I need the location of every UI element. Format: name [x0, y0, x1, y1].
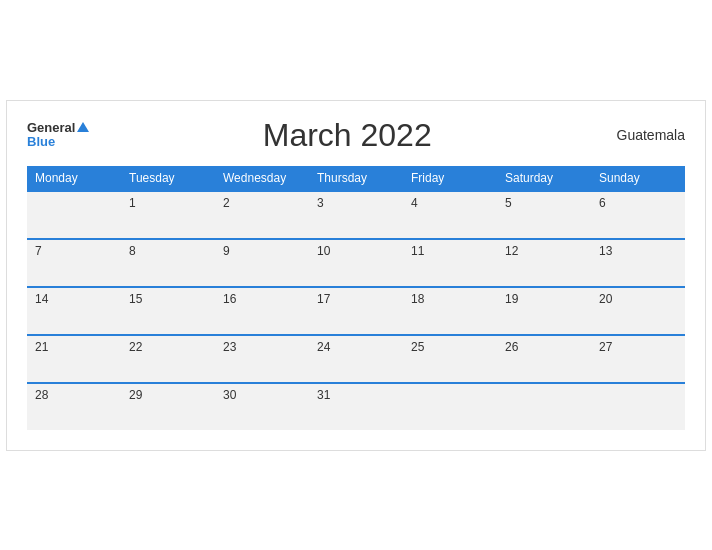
calendar-table: MondayTuesdayWednesdayThursdayFridaySatu…	[27, 166, 685, 430]
calendar-day-cell: 10	[309, 239, 403, 287]
calendar-day-cell	[403, 383, 497, 430]
calendar-day-cell: 18	[403, 287, 497, 335]
calendar-day-cell: 23	[215, 335, 309, 383]
calendar-day-cell: 26	[497, 335, 591, 383]
calendar-day-cell: 9	[215, 239, 309, 287]
calendar-day-cell: 28	[27, 383, 121, 430]
calendar-week-row: 14151617181920	[27, 287, 685, 335]
calendar-day-cell: 29	[121, 383, 215, 430]
calendar-day-cell: 1	[121, 191, 215, 239]
calendar-week-row: 123456	[27, 191, 685, 239]
logo-bottom-text: Blue	[27, 135, 55, 149]
logo-top-text: General	[27, 121, 89, 135]
calendar-day-cell	[27, 191, 121, 239]
calendar-day-cell: 20	[591, 287, 685, 335]
calendar-day-cell: 17	[309, 287, 403, 335]
calendar-day-cell: 6	[591, 191, 685, 239]
calendar-day-cell: 19	[497, 287, 591, 335]
weekday-header: Sunday	[591, 166, 685, 191]
calendar-day-cell: 14	[27, 287, 121, 335]
calendar-header: General Blue March 2022 Guatemala	[27, 117, 685, 154]
calendar-day-cell: 21	[27, 335, 121, 383]
calendar-day-cell: 12	[497, 239, 591, 287]
calendar-day-cell: 22	[121, 335, 215, 383]
month-title: March 2022	[89, 117, 605, 154]
calendar-day-cell: 30	[215, 383, 309, 430]
calendar-week-row: 21222324252627	[27, 335, 685, 383]
calendar: General Blue March 2022 Guatemala Monday…	[6, 100, 706, 451]
calendar-day-cell: 8	[121, 239, 215, 287]
calendar-week-row: 78910111213	[27, 239, 685, 287]
calendar-day-cell: 25	[403, 335, 497, 383]
calendar-day-cell: 15	[121, 287, 215, 335]
logo-triangle-icon	[77, 122, 89, 132]
weekday-header: Tuesday	[121, 166, 215, 191]
weekday-header: Saturday	[497, 166, 591, 191]
calendar-day-cell: 27	[591, 335, 685, 383]
calendar-header-row: MondayTuesdayWednesdayThursdayFridaySatu…	[27, 166, 685, 191]
calendar-day-cell: 7	[27, 239, 121, 287]
calendar-week-row: 28293031	[27, 383, 685, 430]
calendar-day-cell: 3	[309, 191, 403, 239]
weekday-header: Monday	[27, 166, 121, 191]
calendar-body: 1234567891011121314151617181920212223242…	[27, 191, 685, 430]
calendar-day-cell: 5	[497, 191, 591, 239]
weekday-header: Friday	[403, 166, 497, 191]
weekday-header: Wednesday	[215, 166, 309, 191]
logo: General Blue	[27, 121, 89, 150]
country-label: Guatemala	[605, 127, 685, 143]
calendar-day-cell: 16	[215, 287, 309, 335]
calendar-day-cell	[497, 383, 591, 430]
calendar-day-cell: 11	[403, 239, 497, 287]
calendar-day-cell: 13	[591, 239, 685, 287]
calendar-day-cell	[591, 383, 685, 430]
weekday-header: Thursday	[309, 166, 403, 191]
calendar-day-cell: 4	[403, 191, 497, 239]
calendar-day-cell: 31	[309, 383, 403, 430]
calendar-day-cell: 24	[309, 335, 403, 383]
calendar-day-cell: 2	[215, 191, 309, 239]
